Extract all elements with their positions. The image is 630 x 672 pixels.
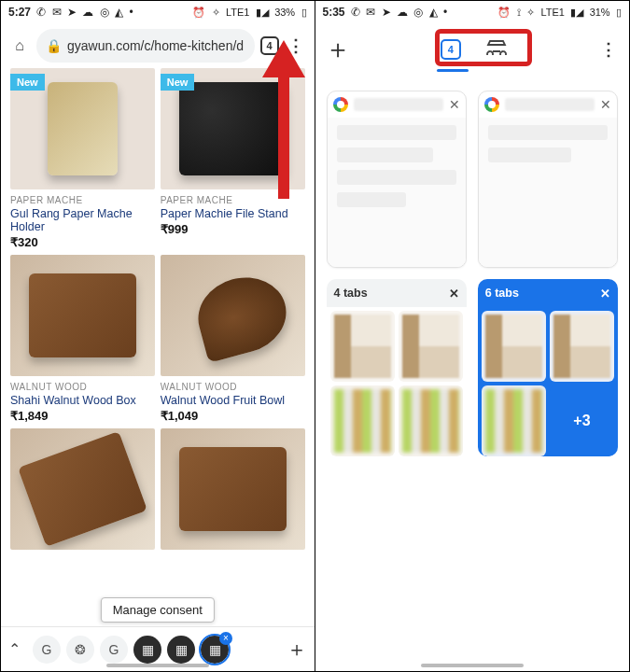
product-card[interactable]: WALNUT WOOD Walnut Wood Fruit Bowl ₹1,04… bbox=[161, 255, 305, 423]
whatsapp-icon: ✆ bbox=[351, 6, 360, 19]
close-tab-icon[interactable]: ✕ bbox=[600, 97, 611, 112]
close-group-icon[interactable]: ✕ bbox=[449, 287, 459, 301]
battery-icon: ▯ bbox=[301, 7, 307, 18]
new-badge: New bbox=[10, 74, 45, 91]
signal-icon: ▮◢ bbox=[256, 7, 269, 18]
new-badge: New bbox=[161, 74, 195, 91]
gesture-bar bbox=[421, 664, 524, 667]
whatsapp-icon: ✆ bbox=[36, 6, 46, 19]
new-tab-button[interactable]: ＋ bbox=[325, 32, 351, 67]
clock: 5:35 bbox=[323, 6, 345, 19]
tabstrip-tab[interactable]: ❂ bbox=[66, 636, 94, 664]
tab-title-blurred bbox=[505, 98, 595, 111]
browser-page-panel: 5:27 ✆ ✉ ➤ ☁ ◎ ◭ • ⏰ ✧ LTE1 ▮◢ 33% ▯ ⌂ 🔒 bbox=[1, 1, 315, 671]
tabstrip-tab[interactable]: G bbox=[33, 636, 61, 664]
tab-group-preview bbox=[482, 311, 546, 382]
volte-icon: LTE1 bbox=[540, 7, 564, 18]
tab-tile[interactable]: ✕ bbox=[478, 91, 618, 268]
product-price: ₹1,049 bbox=[161, 409, 305, 423]
chevron-up-icon[interactable]: ⌃ bbox=[8, 640, 27, 658]
product-title: Walnut Wood Fruit Bowl bbox=[161, 394, 305, 407]
more-icon: • bbox=[129, 6, 133, 19]
new-tab-button[interactable]: ＋ bbox=[287, 636, 307, 664]
battery-text: 33% bbox=[274, 7, 295, 18]
alarm-icon: ⏰ bbox=[192, 7, 205, 18]
google-icon bbox=[333, 97, 348, 112]
product-card[interactable] bbox=[161, 428, 305, 550]
gesture-bar bbox=[106, 664, 209, 667]
tabstrip-tab-active[interactable]: ▦ bbox=[201, 636, 229, 664]
tab-group-label: 6 tabs bbox=[485, 287, 519, 300]
email-icon: ✉ bbox=[52, 6, 62, 19]
close-tab-icon[interactable]: ✕ bbox=[449, 97, 460, 112]
battery-text: 31% bbox=[590, 7, 610, 18]
normal-tabs-button[interactable]: 4 bbox=[441, 39, 463, 60]
tab-group[interactable]: 4 tabs ✕ bbox=[327, 279, 467, 456]
tab-group-active[interactable]: 6 tabs ✕ +3 bbox=[478, 279, 618, 456]
tab-preview bbox=[479, 118, 617, 267]
tab-group-more[interactable]: +3 bbox=[550, 385, 614, 456]
app-icon: ▦ bbox=[209, 642, 221, 657]
cloud-icon: ☁ bbox=[82, 6, 93, 19]
url-bar[interactable]: 🔒 gyawun.com/c/home-kitchen/d bbox=[36, 29, 255, 63]
tab-group-preview bbox=[330, 311, 395, 382]
tab-switcher-panel: 5:35 ✆ ✉ ➤ ☁ ◎ ◭ • ⏰ ⟟ ✧ LTE1 ▮◢ 31% ▯ ＋ bbox=[315, 1, 630, 671]
tab-preview bbox=[328, 118, 466, 267]
app-icon: ◭ bbox=[429, 6, 438, 19]
product-title: Gul Rang Paper Mache Holder bbox=[10, 207, 155, 233]
incognito-tabs-button[interactable] bbox=[485, 40, 508, 59]
more-icon: • bbox=[443, 6, 447, 19]
vibrate-icon: ✧ bbox=[212, 7, 220, 18]
close-group-icon[interactable]: ✕ bbox=[600, 287, 610, 301]
tab-grid: ✕ ✕ 4 tabs ✕ bbox=[315, 76, 630, 464]
google-icon: G bbox=[42, 642, 52, 657]
product-title: Paper Machie File Stand bbox=[161, 207, 305, 220]
product-category: PAPER MACHE bbox=[161, 195, 305, 205]
product-price: ₹320 bbox=[10, 235, 155, 249]
browser-toolbar: ⌂ 🔒 gyawun.com/c/home-kitchen/d 4 ⋮ bbox=[1, 23, 315, 68]
product-category: WALNUT WOOD bbox=[161, 382, 305, 392]
tab-group-preview bbox=[550, 311, 614, 382]
app-icon: ◭ bbox=[115, 6, 123, 19]
product-price: ₹1,849 bbox=[10, 409, 155, 423]
camera-icon: ◎ bbox=[413, 6, 423, 19]
battery-icon: ▯ bbox=[616, 7, 622, 18]
tabstrip-tab[interactable]: ▦ bbox=[133, 636, 161, 664]
google-icon bbox=[484, 97, 499, 112]
app-icon: ▦ bbox=[142, 642, 154, 657]
product-card[interactable] bbox=[10, 428, 155, 550]
clock: 5:27 bbox=[8, 6, 31, 19]
product-category: PAPER MACHE bbox=[10, 195, 155, 205]
overflow-menu-icon[interactable]: ⋮ bbox=[597, 39, 620, 60]
telegram-icon: ➤ bbox=[67, 6, 77, 19]
tabstrip-tab[interactable]: G bbox=[100, 636, 128, 664]
product-category: WALNUT WOOD bbox=[10, 382, 155, 392]
globe-icon: ❂ bbox=[75, 642, 86, 657]
overflow-menu-icon[interactable]: ⋮ bbox=[285, 35, 307, 56]
consent-button[interactable]: Manage consent bbox=[101, 597, 215, 623]
tab-group-preview bbox=[330, 385, 395, 456]
tab-switcher-button[interactable]: 4 bbox=[260, 36, 279, 55]
cloud-icon: ☁ bbox=[397, 6, 408, 19]
tab-mode-toggle: 4 bbox=[441, 33, 508, 66]
product-card[interactable]: WALNUT WOOD Shahi Walnut Wood Box ₹1,849 bbox=[10, 255, 155, 423]
lock-icon: 🔒 bbox=[46, 38, 62, 53]
location-icon: ⟟ bbox=[517, 7, 521, 18]
product-price: ₹999 bbox=[161, 222, 305, 236]
product-card[interactable]: New PAPER MACHE Paper Machie File Stand … bbox=[161, 68, 305, 249]
alarm-icon: ⏰ bbox=[497, 7, 511, 18]
tabstrip-tab[interactable]: ▦ bbox=[167, 636, 195, 664]
tab-title-blurred bbox=[354, 98, 443, 111]
vibrate-icon: ✧ bbox=[526, 7, 535, 18]
tab-group-label: 4 tabs bbox=[334, 287, 368, 300]
status-bar: 5:27 ✆ ✉ ➤ ☁ ◎ ◭ • ⏰ ✧ LTE1 ▮◢ 33% ▯ bbox=[1, 1, 315, 23]
url-text: gyawun.com/c/home-kitchen/d bbox=[67, 38, 244, 53]
tab-group-preview bbox=[399, 311, 463, 382]
tab-tile[interactable]: ✕ bbox=[327, 91, 467, 268]
volte-icon: LTE1 bbox=[226, 7, 249, 18]
home-icon[interactable]: ⌂ bbox=[8, 37, 31, 54]
tab-switcher-toolbar: ＋ 4 ⋮ bbox=[315, 23, 630, 76]
tab-group-preview bbox=[399, 385, 463, 456]
tab-group-preview bbox=[482, 385, 546, 456]
product-card[interactable]: New PAPER MACHE Gul Rang Paper Mache Hol… bbox=[10, 68, 155, 249]
